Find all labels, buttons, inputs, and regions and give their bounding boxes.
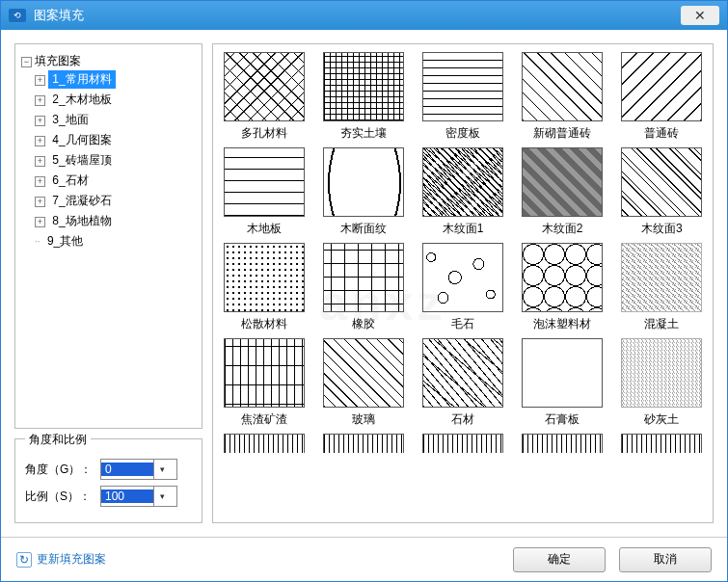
app-icon: ⟲ <box>9 9 26 22</box>
pattern-swatch <box>522 147 603 217</box>
pattern-swatch <box>323 434 404 453</box>
pattern-swatch <box>323 147 404 217</box>
pattern-cell[interactable]: 木纹面3 <box>615 147 709 237</box>
angle-label: 角度（G）： <box>25 462 94 478</box>
pattern-cell[interactable] <box>217 434 310 453</box>
scale-input[interactable] <box>101 489 153 503</box>
pattern-swatch <box>422 338 503 408</box>
pattern-swatch <box>224 434 305 453</box>
pattern-cell[interactable]: 密度板 <box>416 52 509 142</box>
pattern-grid-panel: anxz 多孔材料夯实土壤密度板新砌普通砖普通砖木地板木断面纹木纹面1木纹面2木… <box>212 43 714 523</box>
pattern-tree[interactable]: − 填充图案 + 1_常用材料+ 2_木材地板+ 3_地面+ 4_几何图案+ 5… <box>14 43 202 429</box>
pattern-label: 泡沫塑料材 <box>521 316 604 332</box>
pattern-cell[interactable]: 砂灰土 <box>615 338 709 428</box>
refresh-patterns-link[interactable]: ↻ 更新填充图案 <box>16 551 499 568</box>
pattern-label: 混凝土 <box>620 316 703 332</box>
scale-combo[interactable]: ▾ <box>100 486 177 507</box>
expander-icon[interactable]: + <box>35 156 45 167</box>
expander-icon[interactable]: + <box>35 136 45 146</box>
cancel-button[interactable]: 取消 <box>619 547 712 572</box>
pattern-cell[interactable] <box>316 434 410 453</box>
tree-item[interactable]: 5_砖墙屋顶 <box>48 151 115 170</box>
angle-input[interactable] <box>101 463 153 476</box>
pattern-swatch <box>522 338 603 408</box>
pattern-swatch <box>422 147 503 217</box>
pattern-swatch <box>522 243 603 312</box>
pattern-label: 密度板 <box>421 125 504 142</box>
pattern-label: 新砌普通砖 <box>521 125 604 142</box>
pattern-swatch <box>224 243 305 312</box>
tree-item[interactable]: 2_木材地板 <box>48 91 115 109</box>
pattern-swatch <box>422 52 503 121</box>
pattern-swatch <box>422 434 503 453</box>
expander-icon[interactable]: + <box>35 176 45 187</box>
tree-item[interactable]: 4_几何图案 <box>48 131 115 149</box>
refresh-label: 更新填充图案 <box>37 551 106 568</box>
pattern-cell[interactable] <box>416 434 509 453</box>
pattern-label: 砂灰土 <box>620 411 703 428</box>
pattern-label: 焦渣矿渣 <box>223 411 306 428</box>
pattern-swatch <box>224 52 305 121</box>
pattern-cell[interactable]: 夯实土壤 <box>316 52 410 142</box>
pattern-label: 石材 <box>421 411 504 428</box>
pattern-swatch <box>621 147 702 217</box>
pattern-cell[interactable]: 石材 <box>416 338 509 428</box>
pattern-label: 木断面纹 <box>322 221 405 237</box>
pattern-swatch <box>224 338 305 408</box>
tree-root-label[interactable]: 填充图案 <box>35 54 81 67</box>
pattern-swatch <box>621 243 702 312</box>
pattern-label: 石膏板 <box>521 411 604 428</box>
scale-label: 比例（S）： <box>25 489 94 505</box>
tree-leaf-icon: ·· <box>35 236 40 247</box>
tree-item[interactable]: 7_混凝砂石 <box>48 192 115 210</box>
pattern-swatch <box>621 338 702 408</box>
pattern-swatch <box>621 434 702 453</box>
angle-scale-panel: 角度和比例 角度（G）： ▾ 比例（S）： ▾ <box>14 438 202 523</box>
pattern-cell[interactable]: 松散材料 <box>217 243 310 332</box>
pattern-cell[interactable]: 毛石 <box>416 243 509 332</box>
pattern-cell[interactable]: 木地板 <box>217 147 310 237</box>
tree-item[interactable]: 8_场地植物 <box>48 212 115 230</box>
tree-item[interactable]: 3_地面 <box>48 111 92 129</box>
pattern-cell[interactable]: 多孔材料 <box>217 52 310 142</box>
expander-icon[interactable]: + <box>35 116 45 126</box>
expander-icon[interactable]: + <box>35 217 45 227</box>
pattern-cell[interactable]: 焦渣矿渣 <box>217 338 310 428</box>
angle-combo[interactable]: ▾ <box>100 459 177 480</box>
pattern-cell[interactable]: 新砌普通砖 <box>516 52 609 142</box>
pattern-swatch <box>422 243 503 312</box>
close-button[interactable]: ✕ <box>681 6 719 25</box>
titlebar: ⟲ 图案填充 ✕ <box>1 1 727 30</box>
pattern-label: 木纹面2 <box>521 221 604 237</box>
pattern-cell[interactable]: 石膏板 <box>516 338 609 428</box>
pattern-label: 普通砖 <box>620 125 703 142</box>
pattern-cell[interactable] <box>615 434 709 453</box>
pattern-cell[interactable] <box>516 434 609 453</box>
pattern-label: 木纹面3 <box>620 221 703 237</box>
pattern-cell[interactable]: 橡胶 <box>316 243 410 332</box>
pattern-cell[interactable]: 木断面纹 <box>316 147 410 237</box>
tree-item[interactable]: 1_常用材料 <box>48 70 115 89</box>
chevron-down-icon[interactable]: ▾ <box>153 460 171 479</box>
tree-item[interactable]: 6_石材 <box>48 172 92 190</box>
pattern-cell[interactable]: 泡沫塑料材 <box>516 243 609 332</box>
pattern-swatch <box>224 147 305 217</box>
chevron-down-icon[interactable]: ▾ <box>153 487 171 506</box>
pattern-label: 木纹面1 <box>421 221 504 237</box>
refresh-icon: ↻ <box>16 552 32 568</box>
expander-icon[interactable]: + <box>35 95 45 106</box>
pattern-cell[interactable]: 木纹面2 <box>516 147 609 237</box>
pattern-swatch <box>323 338 404 408</box>
pattern-label: 毛石 <box>421 316 504 332</box>
pattern-cell[interactable]: 混凝土 <box>615 243 709 332</box>
tree-item[interactable]: 9_其他 <box>43 232 87 251</box>
expander-icon[interactable]: − <box>21 57 32 67</box>
pattern-swatch <box>522 52 603 121</box>
pattern-cell[interactable]: 木纹面1 <box>416 147 509 237</box>
ok-button[interactable]: 确定 <box>513 547 606 572</box>
expander-icon[interactable]: + <box>35 75 45 86</box>
pattern-cell[interactable]: 普通砖 <box>615 52 709 142</box>
pattern-label: 多孔材料 <box>223 125 306 142</box>
pattern-cell[interactable]: 玻璃 <box>316 338 410 428</box>
expander-icon[interactable]: + <box>35 197 45 207</box>
